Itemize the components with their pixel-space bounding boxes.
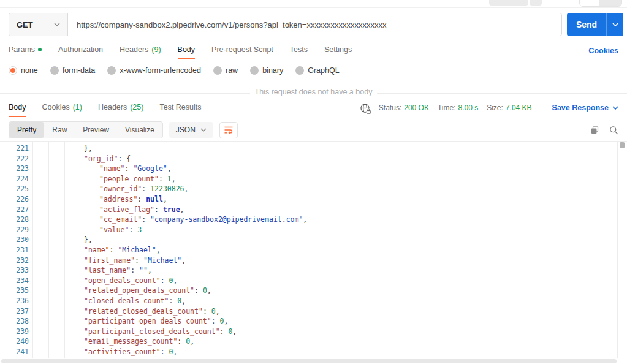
code-line: 236"closed_deals_count": 0, — [0, 296, 617, 306]
token-s: "" — [139, 266, 148, 275]
code-lines: 221},222"org_id": {223"name": "Google",2… — [0, 143, 617, 357]
horizontal-scrollbar[interactable] — [0, 359, 627, 364]
chrome-toggle-knob — [599, 0, 621, 6]
token-b: null — [146, 195, 163, 203]
send-options-chevron[interactable] — [606, 13, 623, 36]
code-text: }, — [29, 143, 617, 154]
code-text: "open_deals_count": 0, — [29, 276, 617, 286]
line-number: 241 — [0, 347, 29, 357]
chevron-down-icon — [200, 128, 207, 132]
tab-label: Params — [9, 45, 35, 54]
gutter-separator — [32, 142, 33, 358]
send-button[interactable]: Send — [567, 13, 623, 36]
token-n: 0 — [203, 286, 207, 295]
line-number: 239 — [0, 327, 29, 337]
tab-count: (25) — [130, 103, 143, 112]
response-body-viewer[interactable]: 221},222"org_id": {223"name": "Google",2… — [0, 142, 618, 358]
tab-tests[interactable]: Tests — [290, 42, 308, 59]
token-p: : — [125, 164, 134, 173]
tab-settings[interactable]: Settings — [324, 42, 352, 59]
tab-authorization[interactable]: Authorization — [58, 42, 103, 59]
method-select[interactable]: GET — [9, 13, 68, 36]
view-tab-pretty[interactable]: Pretty — [9, 122, 44, 138]
token-p: : — [142, 215, 150, 224]
wrap-text-button[interactable] — [219, 122, 238, 138]
tab-body[interactable]: Body — [178, 42, 196, 59]
divider — [0, 118, 627, 118]
code-text: "people_count": 1, — [29, 174, 617, 184]
token-p: : — [161, 347, 169, 356]
code-text: "last_name": "", — [29, 265, 617, 276]
tab-params[interactable]: Params — [9, 42, 42, 59]
url-input[interactable]: https://company-sandbox2.pipedrive.com/v… — [68, 13, 561, 36]
token-n: 3 — [137, 226, 142, 234]
tab-label: Headers — [120, 45, 148, 54]
token-p: , — [180, 205, 184, 214]
code-text: "org_id": { — [29, 154, 617, 164]
token-k: "related_open_deals_count" — [84, 286, 194, 295]
token-p: , — [163, 195, 167, 203]
code-text: "active_flag": true, — [29, 205, 617, 215]
code-text: "cc_email": "company-sandbox2@pipedrivem… — [29, 214, 617, 225]
body-type-binary[interactable]: binary — [250, 66, 283, 75]
radio-icon — [213, 66, 222, 75]
token-p: , — [167, 164, 172, 173]
tab-pre-request-script[interactable]: Pre-request Script — [211, 42, 273, 59]
vertical-scrollbar-thumb[interactable] — [620, 142, 625, 148]
line-number: 227 — [0, 205, 29, 215]
window-chrome — [0, 0, 627, 8]
code-line: 224"people_count": 1, — [0, 174, 617, 184]
code-text: }, — [29, 235, 617, 245]
response-tab-cookies[interactable]: Cookies(1) — [42, 99, 82, 117]
format-select[interactable]: JSON — [169, 122, 213, 138]
code-line: 237"related_closed_deals_count": 0, — [0, 306, 617, 317]
response-tab-body[interactable]: Body — [9, 99, 26, 117]
token-k: "first_name" — [84, 256, 135, 265]
body-type-x-www-form-urlencoded[interactable]: x-www-form-urlencoded — [107, 66, 201, 75]
tab-label: Authorization — [58, 45, 103, 54]
search-icon[interactable] — [609, 126, 618, 135]
line-number: 230 — [0, 235, 29, 245]
view-mode-switch: PrettyRawPreviewVisualize — [9, 121, 163, 138]
body-type-label: binary — [262, 66, 283, 75]
line-number: 237 — [0, 306, 29, 317]
horizontal-scrollbar-thumb[interactable] — [1, 359, 617, 363]
line-number: 233 — [0, 265, 29, 276]
response-tab-test-results[interactable]: Test Results — [159, 99, 201, 117]
view-tab-preview[interactable]: Preview — [75, 122, 117, 138]
body-type-options: noneform-datax-www-form-urlencodedrawbin… — [9, 64, 340, 77]
view-tab-raw[interactable]: Raw — [44, 122, 75, 138]
body-type-graphql[interactable]: GraphQL — [295, 66, 339, 75]
copy-icon[interactable] — [590, 126, 599, 135]
chrome-toggle[interactable] — [579, 0, 622, 7]
token-p: , — [173, 347, 177, 356]
code-text: "participant_closed_deals_count": 0, — [29, 327, 617, 337]
code-line: 240"email_messages_count": 0, — [0, 336, 617, 347]
network-globe-lock-icon[interactable] — [360, 103, 370, 113]
code-line: 223"name": "Google", — [0, 164, 617, 174]
code-line: 225"owner_id": 12230826, — [0, 184, 617, 194]
token-b: true — [163, 205, 180, 214]
token-s: "Google" — [133, 164, 167, 173]
chrome-button-group[interactable] — [489, 0, 528, 6]
save-response-button[interactable]: Save Response — [552, 104, 618, 112]
token-p: , — [184, 184, 189, 193]
line-number: 236 — [0, 296, 29, 306]
token-p: , — [190, 337, 194, 346]
body-type-raw[interactable]: raw — [213, 66, 238, 75]
radio-icon — [107, 66, 116, 75]
token-p: : — [154, 205, 163, 214]
body-type-none[interactable]: none — [9, 66, 38, 75]
chrome-button[interactable] — [530, 0, 542, 6]
response-tab-headers[interactable]: Headers(25) — [98, 99, 143, 117]
body-type-form-data[interactable]: form-data — [50, 66, 96, 75]
token-k: "open_deals_count" — [84, 276, 161, 285]
token-p: : — [142, 184, 150, 193]
toolbar-right-icons — [590, 126, 618, 135]
view-tab-visualize[interactable]: Visualize — [117, 122, 162, 138]
tab-headers[interactable]: Headers(9) — [120, 42, 161, 59]
cookies-link[interactable]: Cookies — [588, 47, 618, 55]
line-number: 238 — [0, 316, 29, 327]
radio-icon — [295, 66, 304, 75]
code-line: 238"participant_open_deals_count": 0, — [0, 316, 617, 327]
